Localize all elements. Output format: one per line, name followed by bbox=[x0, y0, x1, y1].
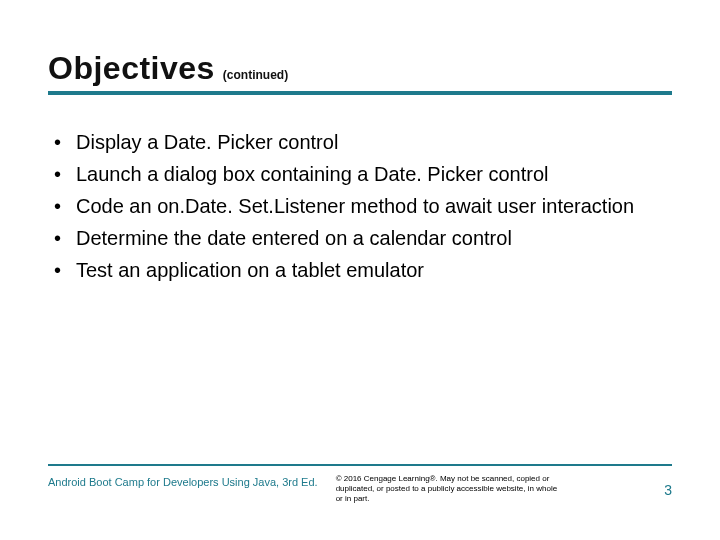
list-item: Launch a dialog box containing a Date. P… bbox=[76, 159, 672, 189]
copyright-text: © 2016 Cengage Learning®. May not be sca… bbox=[336, 474, 566, 504]
list-item: Display a Date. Picker control bbox=[76, 127, 672, 157]
footer: Android Boot Camp for Developers Using J… bbox=[48, 464, 672, 504]
list-item: Determine the date entered on a calendar… bbox=[76, 223, 672, 253]
bullet-list: Display a Date. Picker control Launch a … bbox=[48, 127, 672, 285]
list-item: Code an on.Date. Set.Listener method to … bbox=[76, 191, 672, 221]
list-item: Test an application on a tablet emulator bbox=[76, 255, 672, 285]
page-number: 3 bbox=[664, 482, 672, 498]
slide: Objectives (continued) Display a Date. P… bbox=[0, 0, 720, 540]
title-row: Objectives (continued) bbox=[48, 50, 672, 87]
title-divider bbox=[48, 91, 672, 95]
continued-label: (continued) bbox=[223, 68, 288, 82]
footer-divider bbox=[48, 464, 672, 466]
book-title: Android Boot Camp for Developers Using J… bbox=[48, 474, 318, 488]
footer-row: Android Boot Camp for Developers Using J… bbox=[48, 474, 672, 504]
page-title: Objectives bbox=[48, 50, 215, 87]
